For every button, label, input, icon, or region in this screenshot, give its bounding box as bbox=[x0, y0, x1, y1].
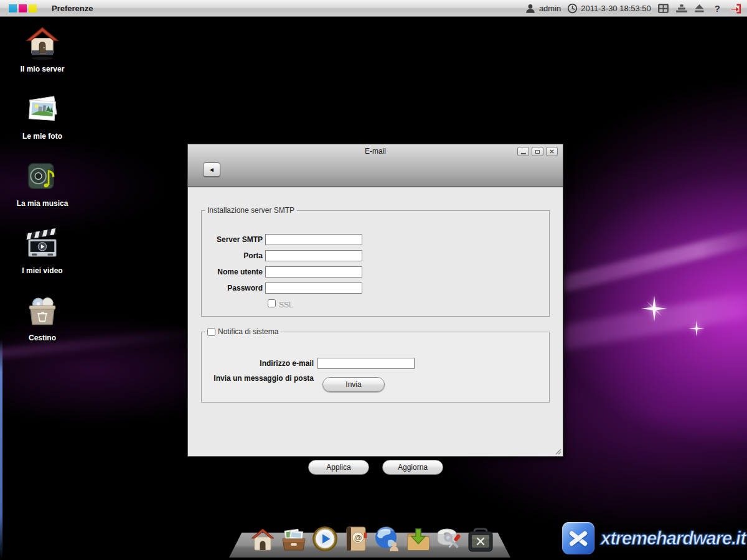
nome-utente-input[interactable] bbox=[265, 266, 362, 278]
close-icon: ✕ bbox=[549, 149, 554, 155]
dock-media-player-icon bbox=[311, 525, 339, 553]
porta-input[interactable] bbox=[265, 250, 362, 261]
email-dialog: E-mail ✕ ◄ Installazione server SMTP Ser… bbox=[187, 144, 563, 457]
porta-label: Porta bbox=[203, 251, 263, 260]
eject-icon[interactable] bbox=[694, 4, 705, 13]
task-queue-icon[interactable] bbox=[675, 4, 688, 13]
dialog-body: Installazione server SMTP Server SMTP Po… bbox=[188, 189, 563, 456]
system-notification-fieldset: Notifica di sistema Indirizzo e-mail Inv… bbox=[201, 327, 550, 403]
minimize-icon bbox=[521, 153, 526, 154]
help-button[interactable]: ? bbox=[711, 3, 724, 14]
dock-home-icon bbox=[249, 526, 276, 553]
datetime-text: 2011-3-30 18:53:50 bbox=[581, 4, 651, 13]
invia-button[interactable]: Invia bbox=[322, 377, 385, 392]
desktop-icon-label: Il mio server bbox=[7, 65, 77, 73]
password-label: Password bbox=[203, 284, 263, 292]
menu-preferenze[interactable]: Preferenze bbox=[52, 4, 93, 13]
indirizzo-email-input[interactable] bbox=[317, 358, 415, 369]
dock-item-home[interactable] bbox=[248, 524, 277, 553]
dock-disk-tools-icon bbox=[436, 525, 463, 553]
back-arrow-icon: ◄ bbox=[209, 166, 215, 173]
xtremehardware-watermark: xtremehardware.it bbox=[562, 522, 746, 554]
dock-globe-icon bbox=[374, 525, 401, 553]
window-manager-icon[interactable] bbox=[657, 3, 669, 14]
dock-item-photo-box[interactable] bbox=[279, 524, 308, 553]
logged-user[interactable]: admin bbox=[525, 3, 561, 14]
music-icon bbox=[24, 157, 61, 195]
smtp-settings-fieldset: Installazione server SMTP Server SMTP Po… bbox=[201, 206, 550, 317]
nome-utente-label: Nome utente bbox=[203, 268, 263, 276]
photos-icon bbox=[24, 90, 61, 128]
videos-icon bbox=[24, 224, 61, 263]
top-menu-bar: Preferenze admin 2011-3-30 18:53:50 bbox=[0, 0, 747, 17]
dock-photo-box-icon bbox=[280, 526, 308, 553]
xtremehardware-logo-icon bbox=[562, 522, 594, 554]
invia-messaggio-label: Invia un messaggio di posta bbox=[203, 374, 314, 383]
desktop-icon-label: La mia musica bbox=[7, 199, 77, 208]
svg-text:@: @ bbox=[354, 533, 362, 543]
logout-icon[interactable] bbox=[730, 3, 742, 14]
ssl-checkbox[interactable] bbox=[268, 299, 276, 307]
desktop-icon-my-server[interactable]: Il mio server bbox=[7, 22, 77, 73]
system-logo bbox=[9, 4, 37, 12]
dock-item-web-access[interactable] bbox=[372, 524, 402, 553]
dialog-header[interactable]: E-mail ✕ ◄ bbox=[188, 144, 563, 187]
desktop-icon-label: Cestino bbox=[7, 334, 77, 342]
applica-button[interactable]: Applica bbox=[308, 460, 369, 475]
dock-item-media-player[interactable] bbox=[310, 524, 339, 553]
sparkle-star-icon bbox=[688, 320, 705, 337]
notifica-label: Notifica di sistema bbox=[218, 327, 278, 336]
dialog-actions: Applica Aggiorna bbox=[188, 460, 563, 475]
ssl-label: SSL bbox=[279, 301, 293, 309]
logo-square-yellow bbox=[29, 4, 37, 12]
back-button[interactable]: ◄ bbox=[203, 162, 220, 177]
dock-download-icon bbox=[405, 526, 432, 553]
desktop-icon-my-music[interactable]: La mia musica bbox=[7, 157, 77, 208]
desktop-icon-recycle-bin[interactable]: Cestino bbox=[7, 291, 77, 342]
desktop-icon-label: I miei video bbox=[7, 266, 77, 275]
home-icon bbox=[24, 22, 61, 61]
maximize-button[interactable] bbox=[532, 147, 543, 156]
server-smtp-label: Server SMTP bbox=[203, 235, 263, 244]
dock-toolbox-icon bbox=[467, 528, 494, 553]
sparkle-star-icon bbox=[641, 296, 667, 322]
password-input[interactable] bbox=[265, 282, 362, 294]
server-smtp-input[interactable] bbox=[265, 234, 362, 245]
dock-item-toolbox[interactable] bbox=[466, 524, 495, 553]
minimize-button[interactable] bbox=[517, 147, 529, 156]
trash-icon bbox=[24, 291, 61, 330]
desktop-icon-column: Il mio server Le mie foto bbox=[7, 22, 77, 358]
desktop-icon-my-photos[interactable]: Le mie foto bbox=[7, 90, 77, 141]
resize-grip[interactable] bbox=[554, 447, 561, 455]
desktop: Preferenze admin 2011-3-30 18:53:50 bbox=[0, 0, 747, 560]
dock-item-download-folder[interactable] bbox=[403, 524, 433, 553]
dock-item-disk-tools[interactable] bbox=[435, 524, 464, 553]
dialog-title: E-mail bbox=[188, 147, 563, 156]
dock-item-contacts[interactable]: @ bbox=[341, 524, 370, 553]
logo-square-magenta bbox=[19, 4, 27, 12]
aggiorna-button[interactable]: Aggiorna bbox=[382, 460, 443, 475]
dock-contacts-icon: @ bbox=[342, 525, 370, 553]
notifica-checkbox[interactable] bbox=[207, 328, 215, 336]
maximize-icon bbox=[535, 150, 540, 154]
smtp-legend: Installazione server SMTP bbox=[205, 206, 297, 215]
clock-icon bbox=[567, 3, 578, 14]
indirizzo-email-label: Indirizzo e-mail bbox=[203, 359, 314, 368]
desktop-icon-my-videos[interactable]: I miei video bbox=[7, 224, 77, 275]
logo-square-blue bbox=[9, 4, 17, 12]
close-button[interactable]: ✕ bbox=[546, 147, 558, 156]
user-name: admin bbox=[539, 4, 561, 13]
watermark-text: xtremehardware.it bbox=[601, 528, 746, 549]
wallpaper-edge-glow bbox=[0, 339, 2, 560]
user-icon bbox=[525, 3, 536, 14]
system-clock: 2011-3-30 18:53:50 bbox=[567, 3, 651, 14]
dock: @ bbox=[248, 524, 497, 553]
desktop-icon-label: Le mie foto bbox=[7, 132, 77, 141]
